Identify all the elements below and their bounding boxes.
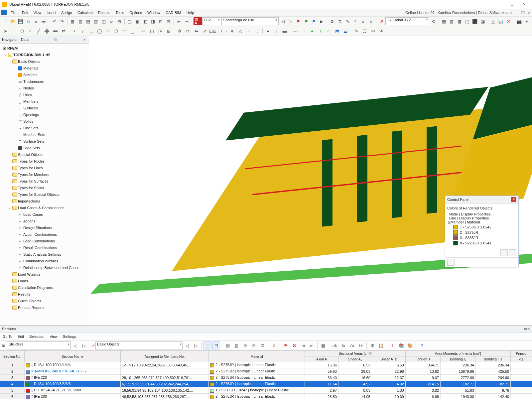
table-row[interactable]: 3 ▯IPE 220 29,101,265,268,279,327,499,50… bbox=[0, 375, 532, 381]
cell-j[interactable]: 6.98 bbox=[405, 394, 441, 399]
tree-item[interactable]: Types for Solids bbox=[18, 186, 44, 190]
panel-list-icon[interactable] bbox=[447, 259, 455, 266]
excel-icon[interactable]: ⊞ bbox=[368, 341, 376, 349]
tree-item[interactable]: Types for Members bbox=[18, 173, 49, 177]
misc4-icon[interactable]: ⌖ bbox=[352, 17, 359, 25]
cell-a[interactable]: 59.63 bbox=[305, 368, 338, 375]
cell-az[interactable]: 1.33 bbox=[372, 387, 405, 394]
cube3-icon[interactable]: ◪ bbox=[479, 17, 486, 25]
legend-row[interactable]: Line | Display Properties bbox=[447, 216, 516, 220]
cell-iy[interactable]: 51.83 bbox=[441, 387, 476, 394]
circle-icon[interactable]: ◯ bbox=[95, 27, 103, 35]
print-icon[interactable]: 🖨 bbox=[33, 17, 40, 25]
col-torsion[interactable]: Torsion J bbox=[405, 356, 441, 362]
tree-item[interactable]: Design Situations bbox=[23, 226, 52, 230]
legend-row[interactable]: Member | Material bbox=[451, 220, 480, 224]
surface-icon[interactable]: ▱ bbox=[140, 27, 148, 35]
layer2-icon[interactable]: ▣ bbox=[134, 17, 141, 25]
tree-item[interactable]: Thicknesses bbox=[23, 79, 44, 83]
misc1-icon[interactable]: ⚙ bbox=[329, 17, 336, 25]
cell-j[interactable]: 274.15 bbox=[405, 381, 441, 387]
undo-icon[interactable]: ↶ bbox=[51, 17, 58, 25]
loadcase-desc-combo[interactable]: Sobrecarga de uso bbox=[221, 17, 279, 25]
tree-toggle[interactable]: › bbox=[8, 200, 12, 203]
rigid-icon[interactable]: ▬ bbox=[281, 27, 289, 35]
cell-iy[interactable]: 2772.00 bbox=[441, 375, 476, 381]
cell-name[interactable]: ▯RHSU 100/100/3/3/3/3 bbox=[25, 381, 121, 387]
fx3-icon[interactable]: fẍ bbox=[357, 341, 365, 349]
cell-name[interactable]: ▯IPE 200 bbox=[25, 394, 121, 399]
help-icon[interactable]: ? bbox=[418, 341, 426, 349]
cell-members[interactable]: 16,56,91,94,95,102,104,106,108,135,142,.… bbox=[120, 387, 209, 394]
cell-ay[interactable]: 16.60 bbox=[338, 375, 372, 381]
sel-arrow-icon[interactable]: ➤ bbox=[1, 27, 9, 35]
tree-toggle[interactable]: › bbox=[8, 299, 12, 303]
cell-members[interactable]: 6,17,19,23,25,31,44,50,202,242,244,254,.… bbox=[120, 381, 209, 387]
menu-window[interactable]: Window bbox=[145, 10, 163, 15]
layer-icon[interactable]: ▢ bbox=[126, 17, 133, 25]
cell-ay[interactable]: 4.92 bbox=[338, 381, 372, 387]
fx2-icon[interactable]: fẋ bbox=[348, 341, 356, 349]
col-group-princ[interactable]: Princip bbox=[511, 351, 532, 356]
table-row[interactable]: 1 ▯RHSU 100/100/4/4/4/4 1-5,7-12,18,20-2… bbox=[0, 362, 532, 368]
sel-win-icon[interactable]: ⬚ bbox=[10, 27, 18, 35]
view-z-icon[interactable]: ▧ bbox=[92, 17, 99, 25]
cam-drop-icon[interactable]: ▾ bbox=[523, 17, 530, 25]
cell-iy[interactable]: 182.71 bbox=[441, 381, 476, 387]
cell-iy[interactable]: 10979.99 bbox=[441, 368, 476, 375]
fx-icon[interactable]: fx bbox=[339, 341, 347, 349]
misc2-icon[interactable]: ⚗ bbox=[336, 17, 343, 25]
green-sf-icon[interactable]: ▱ bbox=[325, 27, 333, 35]
sel-line-icon[interactable]: ╱ bbox=[35, 27, 43, 35]
table-category-combo[interactable]: Basic Objects bbox=[95, 341, 183, 349]
table-menu-selection[interactable]: Selection bbox=[29, 334, 44, 338]
sections-grid[interactable]: Section No. Section Name Assigned to Mem… bbox=[0, 350, 532, 399]
filter-icon[interactable]: ▦ bbox=[319, 341, 327, 349]
legend-item[interactable]: 2 - S275JR bbox=[447, 230, 516, 235]
panel-sort-icon[interactable] bbox=[500, 249, 508, 256]
tree-item[interactable]: Solid Sets bbox=[23, 146, 40, 150]
new-icon[interactable]: 📄 bbox=[1, 17, 9, 25]
axis-icon[interactable]: ↗ bbox=[378, 17, 385, 25]
cell-az[interactable]: 6.53 bbox=[372, 362, 405, 368]
exp-in-icon[interactable]: ⇥ bbox=[299, 341, 307, 349]
color-icon[interactable]: 🎨 bbox=[406, 341, 414, 349]
text-icon[interactable]: A bbox=[228, 27, 236, 35]
member-icon[interactable]: ⎯ bbox=[129, 27, 137, 35]
cell-az[interactable]: 4.92 bbox=[372, 381, 405, 387]
tree-item[interactable]: Line Sets bbox=[23, 126, 39, 130]
cat-next-icon[interactable]: ▷ bbox=[192, 341, 200, 349]
menu-cad-bim[interactable]: CAD-BIM bbox=[163, 10, 184, 15]
tree-item[interactable]: Lines bbox=[23, 93, 32, 97]
cell-iz[interactable]: 425.50 bbox=[475, 368, 511, 375]
node-icon[interactable]: • bbox=[70, 27, 78, 35]
tree-item[interactable]: Imperfections bbox=[18, 199, 40, 203]
flag-red-icon[interactable]: ⚑ bbox=[295, 17, 302, 25]
loadcase-combo[interactable]: LC2 bbox=[202, 17, 221, 25]
legend-row[interactable]: Node | Display Properties bbox=[447, 212, 516, 216]
tree-toggle[interactable]: › bbox=[8, 153, 12, 156]
col-shear-ay[interactable]: Shear Aᵧ bbox=[338, 356, 372, 362]
set-icon[interactable]: ⊞ bbox=[165, 27, 173, 35]
cam-icon[interactable]: 📷 bbox=[515, 17, 523, 25]
tree-toggle[interactable]: › bbox=[8, 279, 12, 283]
col-axial[interactable]: Axial A bbox=[305, 356, 338, 362]
tree-item[interactable]: Solids bbox=[23, 119, 33, 123]
move-icon[interactable]: ✥ bbox=[176, 27, 184, 35]
tree-item[interactable]: Sections bbox=[23, 73, 37, 77]
poly-icon[interactable]: ⬠ bbox=[112, 27, 120, 35]
coord-system-combo[interactable]: 1 - Global XYZ bbox=[385, 17, 429, 25]
menu-calculate[interactable]: Calculate bbox=[75, 10, 95, 15]
tree-toggle[interactable]: › bbox=[8, 286, 12, 289]
tree-toggle[interactable]: › bbox=[8, 306, 12, 309]
tree-root[interactable]: RFEM bbox=[7, 46, 18, 50]
menu-options[interactable]: Options bbox=[127, 10, 145, 15]
cell-a[interactable]: 33.40 bbox=[305, 375, 338, 381]
cell-az[interactable]: 12.37 bbox=[372, 375, 405, 381]
mdi-close-button[interactable]: ✕ bbox=[527, 10, 531, 15]
line-icon[interactable]: / bbox=[79, 27, 87, 35]
col-group-areas[interactable]: Sectional Areas [cm²] bbox=[305, 351, 406, 356]
chart-icon[interactable]: 📊 bbox=[497, 17, 504, 25]
misc5-icon[interactable]: ⎈ bbox=[359, 17, 367, 25]
brush-icon[interactable]: ✎ bbox=[352, 27, 360, 35]
